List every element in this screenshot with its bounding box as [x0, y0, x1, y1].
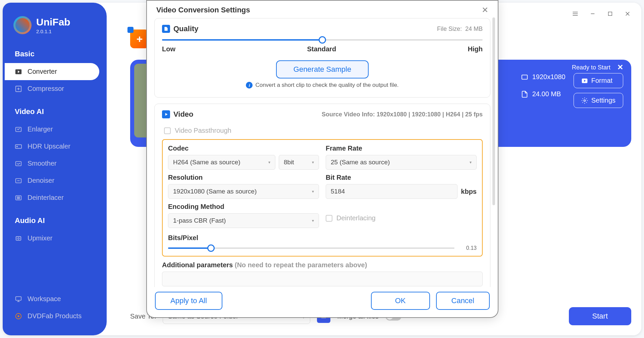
- menu-icon[interactable]: [572, 10, 579, 17]
- framerate-select[interactable]: 25 (Same as source)▾: [326, 155, 477, 170]
- modal-close-icon[interactable]: ✕: [482, 5, 488, 15]
- passthrough-checkbox[interactable]: [164, 127, 171, 134]
- sidebar: UniFab 2.0.1.1 Basic Converter Compresso…: [3, 3, 107, 335]
- settings-button[interactable]: Settings: [574, 93, 623, 108]
- svg-rect-12: [522, 75, 528, 79]
- sidebar-item-workspace[interactable]: Workspace: [3, 290, 107, 307]
- deinterlace-icon: [15, 194, 22, 202]
- encoding-label: Encoding Method: [168, 203, 319, 211]
- bitrate-input[interactable]: 5184: [326, 184, 458, 199]
- deinterlacing-label: Deinterlacing: [336, 214, 376, 222]
- resolution-icon: [521, 73, 528, 81]
- close-item-icon[interactable]: ✕: [617, 63, 623, 72]
- sidebar-item-label: Deinterlacer: [28, 194, 64, 202]
- encoding-select[interactable]: 1-pass CBR (Fast)▾: [168, 213, 319, 228]
- nav-header-basic: Basic: [3, 45, 107, 63]
- chevron-down-icon: ▾: [312, 160, 314, 165]
- maximize-icon[interactable]: [606, 10, 614, 17]
- resolution-value: 1920x1080: [532, 73, 566, 81]
- hdr-icon: [15, 143, 22, 150]
- start-button[interactable]: Start: [569, 307, 631, 325]
- slider-thumb[interactable]: [207, 244, 215, 252]
- sidebar-item-converter[interactable]: Converter: [3, 63, 99, 80]
- sidebar-item-label: Enlarger: [28, 125, 53, 133]
- quality-card: Quality File Size: 24 MB Low Standard Hi…: [154, 18, 490, 98]
- sidebar-item-deinterlacer[interactable]: Deinterlacer: [3, 189, 107, 206]
- upmix-icon: [15, 235, 22, 242]
- sidebar-item-upmixer[interactable]: Upmixer: [3, 230, 107, 247]
- filesize-value: 24.00 MB: [532, 90, 561, 98]
- window-controls: [572, 10, 631, 17]
- settings-modal: Video Conversion Settings ✕ Quality File…: [146, 0, 498, 318]
- app-logo: UniFab 2.0.1.1: [3, 11, 107, 42]
- app-version: 2.0.1.1: [36, 29, 70, 34]
- svg-rect-11: [608, 12, 612, 16]
- sidebar-item-hdr-upscaler[interactable]: HDR Upscaler: [3, 138, 107, 155]
- chevron-down-icon: ▾: [268, 160, 270, 165]
- workspace-icon: [15, 295, 22, 303]
- chevron-down-icon: ▾: [470, 160, 472, 165]
- sidebar-item-label: Converter: [28, 68, 57, 75]
- bitspixel-value: 0.13: [461, 245, 477, 251]
- modal-title: Video Conversion Settings: [156, 6, 250, 14]
- app-name: UniFab: [36, 16, 70, 28]
- info-icon: i: [246, 82, 253, 89]
- nav-header-audio-ai: Audio AI: [3, 212, 107, 230]
- smooth-icon: [15, 160, 22, 167]
- minimize-icon[interactable]: [589, 10, 596, 17]
- quality-high-label: High: [468, 45, 483, 53]
- sidebar-item-compressor[interactable]: Compressor: [3, 80, 107, 97]
- slider-thumb[interactable]: [319, 36, 326, 44]
- format-button[interactable]: Format: [574, 73, 623, 88]
- close-icon[interactable]: [624, 10, 631, 17]
- modal-footer: Apply to All OK Cancel: [147, 287, 498, 317]
- sidebar-item-label: Compressor: [28, 85, 64, 93]
- passthrough-label: Video Passthrough: [175, 127, 231, 134]
- generate-sample-button[interactable]: Generate Sample: [276, 60, 369, 78]
- sidebar-item-denoiser[interactable]: Denoiser: [3, 172, 107, 189]
- additional-params-label: Additional parameters: [162, 261, 233, 269]
- codec-label: Codec: [168, 145, 319, 152]
- framerate-label: Frame Rate: [326, 145, 477, 152]
- scrollbar[interactable]: [492, 18, 495, 205]
- file-icon: [162, 25, 170, 33]
- file-size-label: File Size:: [437, 25, 462, 32]
- sidebar-item-label: Smoother: [28, 160, 57, 167]
- play-icon: [581, 77, 588, 84]
- svg-point-14: [584, 100, 585, 101]
- sidebar-item-dvdfab[interactable]: DVDFab Products: [3, 307, 107, 325]
- sidebar-item-label: Upmixer: [28, 234, 52, 242]
- bitspixel-slider[interactable]: 0.13: [168, 245, 477, 251]
- gear-icon: [581, 97, 588, 104]
- bitdepth-select[interactable]: 8bit▾: [279, 155, 319, 170]
- sidebar-item-label: Workspace: [28, 295, 61, 303]
- video-play-icon: [162, 110, 170, 118]
- video-title: Video: [173, 110, 318, 119]
- play-icon: [15, 68, 22, 75]
- compress-icon: [15, 85, 22, 93]
- video-card: Video Source Video Info: 1920x1080 | 192…: [154, 104, 490, 287]
- quality-slider[interactable]: [162, 39, 483, 41]
- ok-button[interactable]: OK: [371, 292, 430, 310]
- chevron-down-icon: ▾: [312, 189, 314, 194]
- video-settings-highlight: Codec H264 (Same as source)▾ 8bit▾ Frame…: [162, 139, 483, 257]
- sidebar-item-smoother[interactable]: Smoother: [3, 155, 107, 172]
- add-corner-icon: [127, 27, 133, 33]
- quality-standard-label: Standard: [307, 45, 336, 53]
- denoise-icon: [15, 177, 22, 184]
- deinterlacing-checkbox[interactable]: [326, 215, 332, 222]
- svg-point-10: [17, 315, 19, 317]
- svg-rect-8: [16, 296, 21, 300]
- additional-params-input[interactable]: [162, 272, 483, 286]
- sidebar-item-enlarger[interactable]: Enlarger: [3, 121, 107, 138]
- apply-all-button[interactable]: Apply to All: [155, 292, 222, 310]
- resolution-select[interactable]: 1920x1080 (Same as source)▾: [168, 184, 319, 199]
- svg-rect-4: [16, 161, 21, 166]
- logo-icon: [13, 16, 32, 34]
- codec-select[interactable]: H264 (Same as source)▾: [168, 155, 275, 170]
- bitrate-label: Bit Rate: [326, 174, 477, 181]
- enlarge-icon: [15, 126, 22, 133]
- cancel-button[interactable]: Cancel: [436, 292, 490, 310]
- quality-title: Quality: [173, 24, 434, 33]
- source-video-info: Source Video Info: 1920x1080 | 1920:1080…: [322, 111, 483, 118]
